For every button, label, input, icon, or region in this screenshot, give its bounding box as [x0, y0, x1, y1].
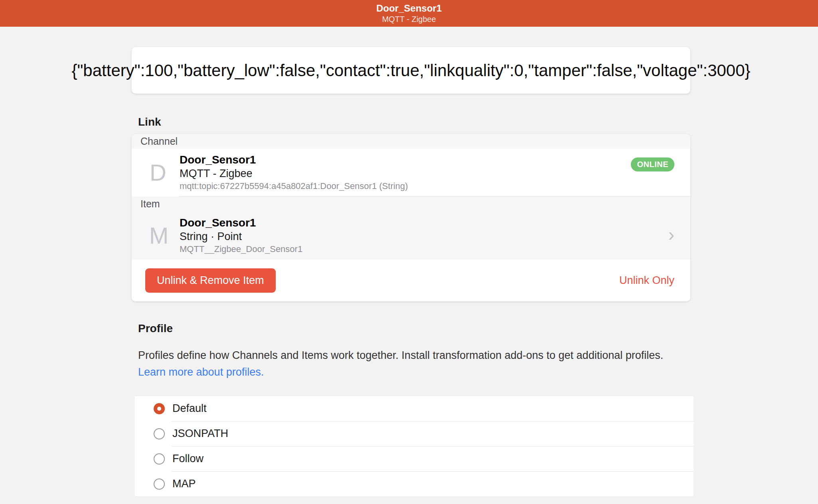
navbar: Door_Sensor1 MQTT - Zigbee [0, 0, 818, 27]
item-row[interactable]: M Door_Sensor1 String · Point MQTT__Zigb… [132, 211, 690, 260]
channel-row: D Door_Sensor1 MQTT - Zigbee mqtt:topic:… [132, 149, 690, 196]
channel-info: Door_Sensor1 MQTT - Zigbee mqtt:topic:67… [180, 154, 631, 191]
profile-option-label: Default [172, 402, 207, 415]
channel-state-value: {"battery":100,"battery_low":false,"cont… [71, 61, 750, 80]
learn-more-profiles-link[interactable]: Learn more about profiles. [138, 366, 264, 378]
profile-section-title: Profile [138, 322, 818, 335]
profile-option-label: JSONPATH [172, 427, 228, 440]
link-section-title: Link [138, 116, 818, 128]
channel-avatar: D [149, 161, 167, 184]
radio-icon [154, 428, 165, 439]
radio-icon [154, 453, 165, 465]
channel-group-label: Channel [132, 134, 690, 149]
link-actions-row: Unlink & Remove Item Unlink Only [132, 260, 690, 301]
page-subtitle: MQTT - Zigbee [382, 15, 436, 24]
page-title: Door_Sensor1 [376, 3, 442, 13]
profile-options-list: Default JSONPATH Follow MAP [135, 396, 694, 497]
channel-title: Door_Sensor1 [180, 154, 631, 166]
status-badge: ONLINE [631, 158, 674, 171]
channel-state-card: {"battery":100,"battery_low":false,"cont… [132, 47, 690, 94]
profile-option-follow[interactable]: Follow [135, 446, 694, 471]
item-title: Door_Sensor1 [180, 217, 668, 229]
profile-option-map[interactable]: MAP [135, 471, 694, 496]
profile-description-text: Profiles define how Channels and Items w… [138, 349, 663, 361]
profile-option-label: Follow [172, 453, 204, 465]
unlink-only-button[interactable]: Unlink Only [619, 274, 674, 287]
radio-icon [154, 403, 165, 414]
unlink-remove-item-button[interactable]: Unlink & Remove Item [145, 268, 276, 293]
link-card: Channel D Door_Sensor1 MQTT - Zigbee mqt… [132, 134, 690, 301]
main-content: {"battery":100,"battery_low":false,"cont… [0, 47, 818, 497]
profile-option-jsonpath[interactable]: JSONPATH [135, 421, 694, 446]
profile-option-label: MAP [172, 478, 196, 490]
channel-uid: mqtt:topic:67227b5594:a45a802af1:Door_Se… [180, 181, 631, 191]
profile-option-default[interactable]: Default [135, 396, 694, 421]
channel-subtitle: MQTT - Zigbee [180, 167, 631, 180]
chevron-right-icon: › [668, 225, 674, 244]
item-type: String · Point [180, 230, 668, 243]
item-avatar: M [149, 224, 167, 247]
profile-description: Profiles define how Channels and Items w… [138, 347, 671, 380]
item-group-label: Item [132, 197, 690, 211]
radio-icon [154, 478, 165, 490]
item-info: Door_Sensor1 String · Point MQTT__Zigbee… [180, 217, 668, 254]
item-name: MQTT__Zigbee_Door_Sensor1 [180, 244, 668, 254]
